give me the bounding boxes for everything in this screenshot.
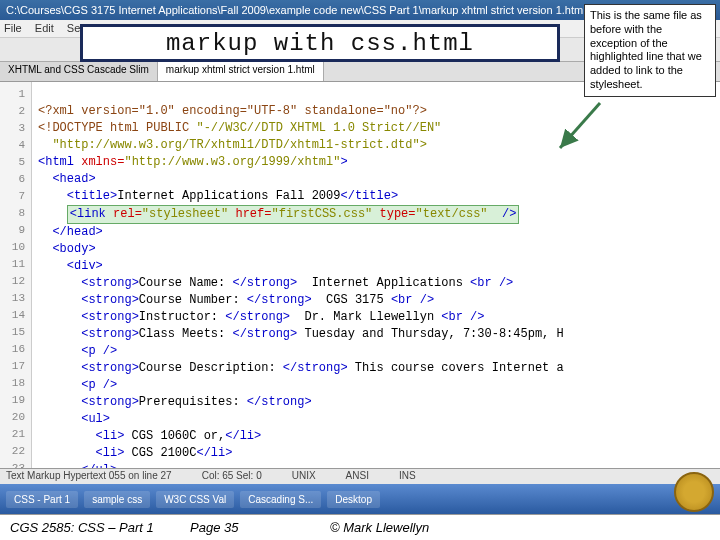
task-item[interactable]: CSS - Part 1 (6, 491, 78, 508)
status-bar: Text Markup Hypertext 055 on line 27 Col… (0, 468, 720, 484)
tab-2[interactable]: markup xhtml strict version 1.html (158, 62, 324, 81)
arrow-icon (550, 98, 610, 158)
task-item[interactable]: W3C CSS Val (156, 491, 234, 508)
overlay-title: markup with css.html (80, 24, 560, 62)
taskbar: CSS - Part 1 sample css W3C CSS Val Casc… (0, 484, 720, 514)
menu-edit[interactable]: Edit (35, 22, 54, 34)
code-area[interactable]: <?xml version="1.0" encoding="UTF-8" sta… (32, 82, 720, 468)
editor[interactable]: 1234567891011121314151617181920212223242… (0, 82, 720, 468)
annotation-text: This is the same file as before with the… (590, 9, 702, 90)
line-gutter: 1234567891011121314151617181920212223242… (0, 82, 32, 468)
slide-footer: CGS 2585: CSS – Part 1 Page 35 © Mark Ll… (0, 514, 720, 540)
footer-course: CGS 2585: CSS – Part 1 (10, 520, 190, 535)
task-item[interactable]: Cascading S... (240, 491, 321, 508)
window-title: C:\Courses\CGS 3175 Internet Application… (6, 4, 615, 16)
logo-icon (674, 472, 714, 512)
status-eol: UNIX (292, 470, 316, 483)
menu-file[interactable]: File (4, 22, 22, 34)
task-item[interactable]: Desktop (327, 491, 380, 508)
status-pos: Text Markup Hypertext 055 on line 27 (6, 470, 172, 483)
status-enc: ANSI (346, 470, 369, 483)
status-mode: INS (399, 470, 416, 483)
status-col: Col: 65 Sel: 0 (202, 470, 262, 483)
annotation-box: This is the same file as before with the… (584, 4, 716, 97)
footer-page: Page 35 (190, 520, 330, 535)
footer-author: © Mark Llewellyn (330, 520, 429, 535)
highlighted-line: <link rel="stylesheet" href="firstCSS.cs… (67, 205, 520, 224)
task-item[interactable]: sample css (84, 491, 150, 508)
tab-1[interactable]: XHTML and CSS Cascade Slim (0, 62, 158, 81)
